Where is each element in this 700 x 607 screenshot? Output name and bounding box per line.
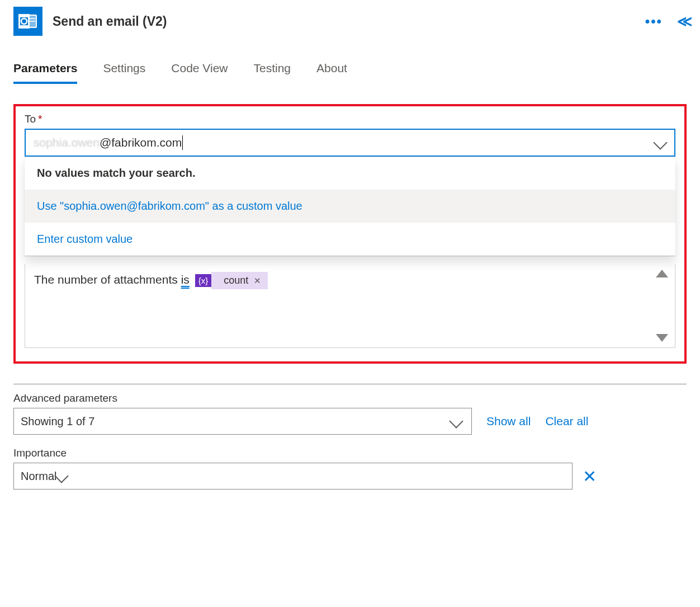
body-editor-area: The number of attachments is {x} count ✕: [25, 256, 675, 348]
body-editor[interactable]: The number of attachments is {x} count ✕: [25, 264, 675, 348]
triangle-down-icon[interactable]: [656, 334, 668, 342]
highlighted-parameters-area: To* sophia.owen@fabrikom.com No values m…: [13, 104, 687, 364]
body-text-is: is: [181, 273, 190, 286]
tab-parameters[interactable]: Parameters: [13, 62, 77, 84]
triangle-up-icon[interactable]: [656, 270, 668, 277]
text-caret: [182, 135, 183, 150]
expression-token[interactable]: {x} count ✕: [195, 272, 268, 289]
chevron-down-icon[interactable]: [55, 469, 69, 483]
importance-value: Normal: [21, 470, 56, 483]
dropdown-enter-custom[interactable]: Enter custom value: [25, 223, 675, 256]
dropdown-use-custom[interactable]: Use "sophia.owen@fabrikom.com" as a cust…: [25, 190, 675, 223]
body-text-prefix: The number of attachments: [34, 273, 181, 286]
importance-label: Importance: [13, 447, 687, 459]
more-icon[interactable]: •••: [645, 15, 663, 28]
tab-testing[interactable]: Testing: [254, 62, 291, 84]
to-label-text: To: [25, 113, 36, 125]
to-value-rest: @fabrikom.com: [100, 136, 182, 149]
to-dropdown: No values match your search. Use "sophia…: [25, 157, 675, 256]
section-divider: [13, 384, 687, 384]
clear-all-link[interactable]: Clear all: [545, 415, 588, 428]
advanced-parameters-label: Advanced parameters: [13, 392, 687, 404]
token-label: count: [224, 275, 248, 286]
outlook-icon: [13, 7, 42, 36]
body-spinner[interactable]: [652, 270, 671, 342]
remove-importance-icon[interactable]: ✕: [583, 467, 597, 486]
body-toolbar-remnant: [25, 256, 675, 264]
action-title: Send an email (V2): [53, 14, 635, 29]
advanced-parameters-select[interactable]: Showing 1 of 7: [13, 408, 472, 435]
advanced-parameters-value: Showing 1 of 7: [21, 415, 94, 428]
importance-select[interactable]: Normal: [13, 463, 573, 490]
chevron-down-icon[interactable]: [653, 135, 667, 149]
tab-code-view[interactable]: Code View: [171, 62, 228, 84]
to-input[interactable]: sophia.owen@fabrikom.com: [25, 129, 675, 157]
tab-about[interactable]: About: [316, 62, 347, 84]
show-all-link[interactable]: Show all: [486, 415, 531, 428]
to-value-obscured: sophia.owen: [34, 136, 100, 149]
expression-icon: {x}: [195, 274, 212, 287]
required-asterisk: *: [38, 113, 42, 125]
dropdown-no-values: No values match your search.: [25, 157, 675, 190]
chevron-down-icon[interactable]: [449, 414, 463, 428]
to-label: To*: [25, 113, 675, 125]
tab-settings[interactable]: Settings: [103, 62, 145, 84]
collapse-icon[interactable]: ≪: [677, 13, 687, 30]
token-remove-icon[interactable]: ✕: [254, 276, 261, 286]
tabs: Parameters Settings Code View Testing Ab…: [13, 62, 687, 84]
